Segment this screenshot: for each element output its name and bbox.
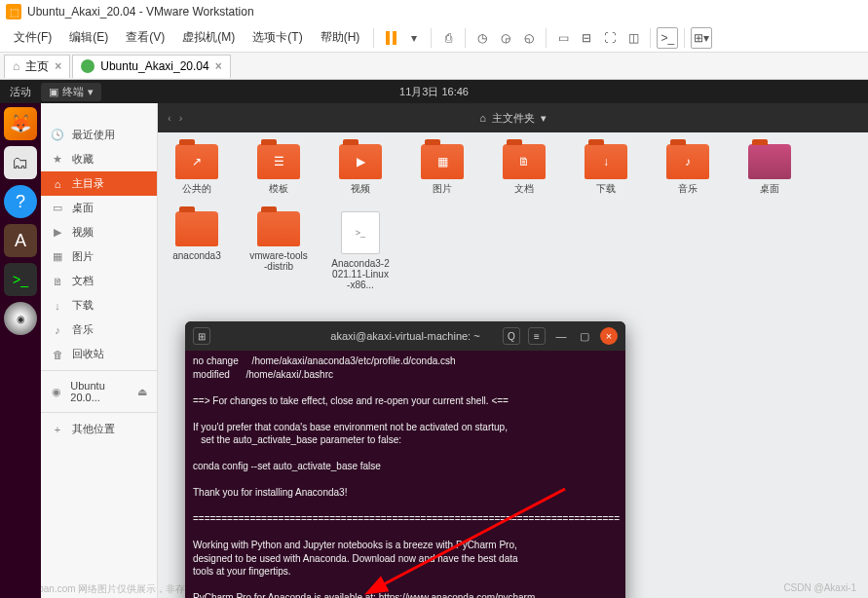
snapshot-button[interactable]: ◷: [472, 27, 493, 49]
stretch-button[interactable]: ⊞▾: [691, 27, 712, 49]
download-icon: ↓: [51, 300, 64, 312]
files-sidebar: 🕓最近使用 ★收藏 ⌂主目录 ▭桌面 ▶视频 ▦图片 🗎文档 ↓下载 ♪音乐 🗑…: [41, 80, 158, 598]
document-icon: 🗎: [51, 276, 64, 287]
dock-help[interactable]: ?: [4, 185, 37, 218]
snapshot-manage-button[interactable]: ◵: [518, 27, 540, 49]
trash-icon: 🗑: [51, 349, 64, 360]
sidebar-desktop[interactable]: ▭桌面: [41, 196, 157, 220]
video-icon: ▶: [51, 226, 64, 239]
music-icon: ♪: [51, 324, 64, 336]
nav-forward-button[interactable]: ›: [179, 112, 183, 124]
folder-templates[interactable]: ☰模板: [249, 144, 308, 194]
folder-downloads[interactable]: ↓下载: [577, 144, 635, 194]
sidebar-downloads[interactable]: ↓下载: [41, 293, 157, 318]
search-button[interactable]: Q: [503, 327, 520, 345]
folder-documents[interactable]: 🗎文档: [495, 144, 553, 194]
send-ctrl-alt-del-button[interactable]: ⎙: [437, 27, 459, 49]
dock-software-updater[interactable]: A: [4, 224, 37, 257]
tab-home[interactable]: 主页 ×: [4, 55, 70, 78]
home-icon: ⌂: [51, 178, 64, 190]
star-icon: ★: [51, 153, 64, 166]
menu-vm[interactable]: 虚拟机(M): [174, 25, 243, 50]
sidebar-pictures[interactable]: ▦图片: [41, 244, 157, 269]
folder-music[interactable]: ♪音乐: [659, 144, 717, 194]
new-tab-button[interactable]: ⊞: [193, 327, 210, 345]
sidebar-documents[interactable]: 🗎文档: [41, 269, 157, 293]
chevron-down-icon: ▾: [541, 112, 547, 125]
files-pathbar: ‹ › ⌂ 主文件夹 ▾: [158, 103, 868, 132]
terminal-titlebar[interactable]: ⊞ akaxi@akaxi-virtual-machine: ~ Q ≡ — ▢…: [185, 321, 625, 351]
nav-back-button[interactable]: ‹: [168, 112, 171, 124]
vmware-menubar: 文件(F) 编辑(E) 查看(V) 虚拟机(M) 选项卡(T) 帮助(H) ▾ …: [0, 23, 868, 53]
terminal-menu[interactable]: ▣ 终端 ▾: [41, 83, 101, 101]
sidebar-other[interactable]: +其他位置: [41, 417, 157, 441]
fullscreen-button[interactable]: ⛶: [599, 27, 621, 49]
minimize-button[interactable]: —: [553, 328, 569, 344]
menu-edit[interactable]: 编辑(E): [61, 25, 116, 50]
menu-view[interactable]: 查看(V): [118, 25, 172, 50]
vmware-tabs: 主页 × Ubuntu_Akaxi_20.04 ×: [0, 53, 868, 80]
ubuntu-icon: [81, 59, 94, 73]
eject-icon[interactable]: ⏏: [137, 386, 147, 398]
folder-vmware-tools[interactable]: vmware-tools-distrib: [249, 211, 308, 290]
chevron-down-icon: ▾: [88, 86, 94, 98]
picture-icon: ▦: [51, 250, 64, 263]
maximize-button[interactable]: ▢: [577, 328, 592, 344]
terminal-body[interactable]: no change /home/akaxi/anaconda3/etc/prof…: [185, 351, 625, 598]
sidebar-videos[interactable]: ▶视频: [41, 220, 157, 244]
pause-button[interactable]: [380, 27, 401, 49]
sidebar-music[interactable]: ♪音乐: [41, 318, 157, 342]
close-icon[interactable]: ×: [215, 59, 222, 73]
close-button[interactable]: ×: [600, 327, 618, 345]
tab-home-label: 主页: [25, 58, 49, 75]
dock-disc[interactable]: ◉: [4, 302, 37, 335]
vmware-logo-icon: [6, 4, 21, 19]
sidebar-recent[interactable]: 🕓最近使用: [41, 123, 157, 147]
menu-button[interactable]: ≡: [528, 327, 546, 345]
activities-button[interactable]: 活动: [10, 85, 31, 99]
menu-tabs[interactable]: 选项卡(T): [245, 25, 310, 50]
sidebar-starred[interactable]: ★收藏: [41, 147, 157, 171]
view-single-button[interactable]: ▭: [552, 27, 574, 49]
disc-icon: ◉: [51, 386, 62, 398]
sidebar-disk[interactable]: ◉Ubuntu 20.0...⏏: [41, 375, 157, 408]
terminal-title: akaxi@akaxi-virtual-machine: ~: [330, 330, 479, 342]
plus-icon: +: [51, 424, 64, 435]
snapshot-revert-button[interactable]: ◶: [495, 27, 516, 49]
folder-videos[interactable]: ▶视频: [331, 144, 390, 194]
sidebar-home[interactable]: ⌂主目录: [41, 171, 157, 196]
vmware-titlebar: Ubuntu_Akaxi_20.04 - VMware Workstation: [0, 0, 868, 23]
tab-vm-label: Ubuntu_Akaxi_20.04: [100, 59, 208, 73]
close-icon[interactable]: ×: [55, 59, 61, 73]
terminal-icon: ▣: [49, 86, 58, 98]
home-icon: ⌂: [479, 112, 486, 124]
unity-button[interactable]: ◫: [623, 27, 644, 49]
tab-ubuntu-vm[interactable]: Ubuntu_Akaxi_20.04 ×: [72, 55, 230, 78]
view-split-button[interactable]: ⊟: [576, 27, 597, 49]
dock-firefox[interactable]: 🦊: [4, 107, 37, 140]
dropdown-icon[interactable]: ▾: [403, 27, 425, 49]
ubuntu-topbar: 活动 ▣ 终端 ▾ 11月3日 16:46: [0, 80, 868, 103]
menu-file[interactable]: 文件(F): [6, 25, 59, 50]
vmware-window-title: Ubuntu_Akaxi_20.04 - VMware Workstation: [27, 5, 254, 19]
menu-help[interactable]: 帮助(H): [313, 25, 368, 50]
files-grid: ↗公共的 ☰模板 ▶视频 ▦图片 🗎文档 ↓下载 ♪音乐 桌面 anaconda…: [158, 132, 868, 302]
console-button[interactable]: >_: [657, 27, 678, 49]
ubuntu-dock: 🦊 🗂 ? A >_ ◉: [0, 80, 41, 598]
folder-public[interactable]: ↗公共的: [168, 144, 226, 194]
folder-anaconda3[interactable]: anaconda3: [168, 211, 226, 290]
path-home[interactable]: ⌂ 主文件夹 ▾: [479, 111, 547, 126]
dock-files[interactable]: 🗂: [4, 146, 37, 179]
sidebar-trash[interactable]: 🗑回收站: [41, 342, 157, 366]
folder-pictures[interactable]: ▦图片: [413, 144, 472, 194]
ubuntu-desktop: 活动 ▣ 终端 ▾ 11月3日 16:46 🦊 🗂 ? A >_ ◉ 🕓最近使用…: [0, 80, 868, 598]
desktop-icon: ▭: [51, 202, 64, 214]
clock-icon: 🕓: [51, 129, 64, 141]
datetime-label[interactable]: 11月3日 16:46: [399, 85, 469, 99]
dock-terminal[interactable]: >_: [4, 263, 37, 296]
folder-desktop[interactable]: 桌面: [740, 144, 799, 194]
footer-right: CSDN @Akaxi-1: [783, 582, 856, 596]
terminal-window[interactable]: ⊞ akaxi@akaxi-virtual-machine: ~ Q ≡ — ▢…: [185, 321, 625, 598]
file-anaconda-installer[interactable]: >_Anaconda3-2021.11-Linux-x86...: [331, 211, 390, 290]
